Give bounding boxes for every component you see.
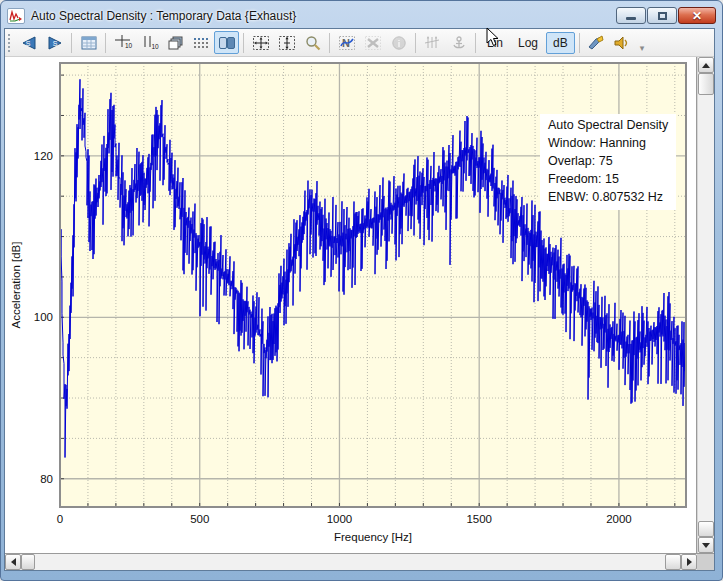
info-icon: i (390, 35, 408, 51)
scroll-right-button[interactable] (681, 554, 697, 570)
svg-text:80: 80 (40, 473, 53, 485)
app-window: Auto Spectral Density : Temporary Data {… (0, 0, 723, 581)
arrow-down-icon (702, 543, 710, 552)
arrow-right-icon (687, 558, 696, 566)
restore-button[interactable] (647, 7, 677, 24)
spectral-plot-icon (7, 8, 25, 24)
chart-view[interactable]: 050010001500200080100120Frequency [Hz]Ac… (5, 57, 697, 553)
info-button: i (386, 31, 411, 54)
db-scale-button[interactable]: dB (546, 32, 575, 54)
anchor-cursor-icon (450, 35, 468, 51)
svg-text:i: i (397, 38, 400, 48)
window-title: Auto Spectral Density : Temporary Data {… (31, 9, 616, 23)
svg-text:S: S (52, 40, 57, 47)
toolbar-grip[interactable] (8, 34, 12, 52)
window-client: S S 10 10 (4, 28, 715, 571)
horizontal-scrollbar[interactable] (5, 554, 697, 570)
minimize-icon (626, 17, 636, 20)
nav-back-button[interactable]: S (16, 31, 41, 54)
annotation-line: Window: Hanning (548, 134, 668, 152)
minimize-button[interactable] (616, 7, 646, 24)
crosshair-cursor-10-icon: 10 (113, 34, 133, 52)
export-button[interactable] (584, 31, 609, 54)
toolbar-separator (243, 33, 244, 53)
data-table-button[interactable] (76, 31, 101, 54)
magnifier-icon (304, 35, 322, 51)
harmonic-cursor-button (420, 31, 445, 54)
annotation-line: Auto Spectral Density (548, 116, 668, 134)
svg-text:10: 10 (151, 43, 159, 50)
cascade-windows-button[interactable] (162, 31, 187, 54)
svg-text:S: S (25, 40, 30, 47)
data-table-icon (80, 35, 98, 51)
zoom-extents-button[interactable] (248, 31, 273, 54)
lin-scale-button[interactable]: Lin (480, 32, 510, 54)
zoom-in-button[interactable] (300, 31, 325, 54)
horizontal-scroll-page-button[interactable] (665, 554, 681, 570)
titlebar[interactable]: Auto Spectral Density : Temporary Data {… (1, 1, 722, 28)
split-panels-icon (218, 35, 236, 51)
dotted-grid-button[interactable] (188, 31, 213, 54)
toolbar-separator (329, 33, 330, 53)
zoom-vertical-icon (277, 34, 297, 52)
cascade-windows-icon (166, 35, 184, 51)
toolbar-separator (71, 33, 72, 53)
svg-text:10: 10 (125, 42, 133, 49)
svg-text:Acceleration [dB]: Acceleration [dB] (10, 242, 22, 329)
vertical-scroll-thumb[interactable] (698, 73, 714, 95)
svg-text:120: 120 (34, 150, 53, 162)
annotation-line: Freedom: 15 (548, 170, 668, 188)
scroll-down-button[interactable] (698, 537, 714, 553)
horizontal-scroll-track[interactable] (35, 554, 665, 570)
svg-text:500: 500 (190, 513, 209, 525)
curve-function-button[interactable]: N (334, 31, 359, 54)
svg-text:Frequency [Hz]: Frequency [Hz] (334, 531, 412, 543)
restore-icon (658, 12, 667, 20)
close-button[interactable]: ✕ (678, 7, 716, 24)
scroll-up-button[interactable] (698, 57, 714, 73)
nav-forward-s-icon: S (46, 35, 64, 51)
vertical-scroll-page-button[interactable] (698, 521, 714, 537)
scrollbar-corner (697, 554, 714, 570)
toolbar-separator (415, 33, 416, 53)
svg-text:100: 100 (34, 311, 53, 323)
export-hand-icon (586, 34, 606, 52)
nav-forward-button[interactable]: S (42, 31, 67, 54)
close-icon: ✕ (692, 10, 702, 22)
split-panels-button[interactable] (214, 31, 239, 54)
toolbar-overflow-button[interactable]: ▾ (640, 43, 645, 55)
band-cursors-10-icon: 10 (139, 34, 159, 52)
svg-text:2000: 2000 (606, 513, 632, 525)
audio-button[interactable] (610, 31, 635, 54)
arrow-up-icon (702, 59, 710, 68)
chart-annotation: Auto Spectral Density Window: Hanning Ov… (540, 114, 676, 210)
annotation-line: Overlap: 75 (548, 152, 668, 170)
log-scale-button[interactable]: Log (511, 32, 545, 54)
remove-curve-x-icon (364, 35, 382, 51)
harmonic-cursor-icon (423, 34, 443, 52)
remove-curve-button (360, 31, 385, 54)
dotted-grid-icon (192, 35, 210, 51)
curve-function-icon: N (338, 35, 356, 51)
toolbar: S S 10 10 (5, 29, 714, 57)
toolbar-separator (475, 33, 476, 53)
horizontal-scroll-thumb[interactable] (21, 554, 35, 570)
svg-text:0: 0 (57, 513, 63, 525)
vertical-scrollbar[interactable] (697, 57, 714, 553)
arrow-left-icon (7, 558, 16, 566)
svg-text:1000: 1000 (327, 513, 353, 525)
zoom-vertical-button[interactable] (274, 31, 299, 54)
toolbar-separator (105, 33, 106, 53)
speaker-icon (612, 34, 632, 52)
nav-back-s-icon: S (20, 35, 38, 51)
crosshair-cursor-button[interactable]: 10 (110, 31, 135, 54)
anchor-cursor-button (446, 31, 471, 54)
zoom-extents-icon (251, 34, 271, 52)
vertical-scroll-track[interactable] (698, 95, 714, 521)
scroll-left-button[interactable] (5, 554, 21, 570)
toolbar-separator (579, 33, 580, 53)
band-cursors-button[interactable]: 10 (136, 31, 161, 54)
annotation-line: ENBW: 0.807532 Hz (548, 188, 668, 206)
svg-text:1500: 1500 (466, 513, 492, 525)
